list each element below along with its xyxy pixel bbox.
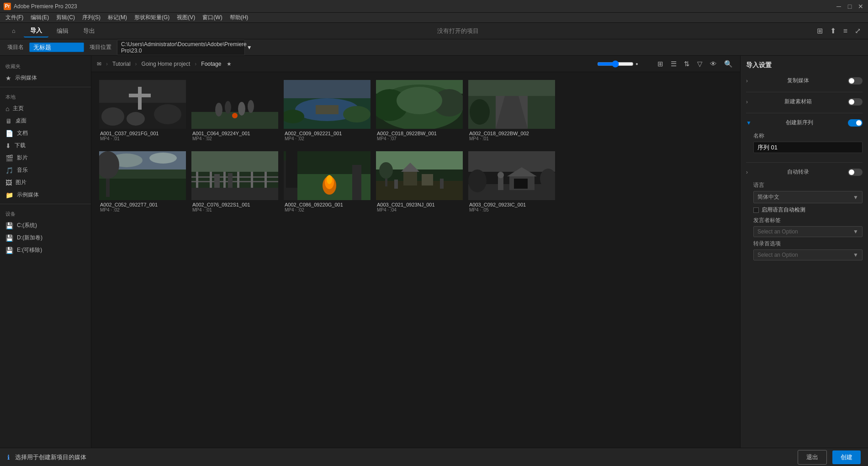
media-card-8[interactable]: A002_C086_09220G_001 MP4 · :02 xyxy=(283,151,370,215)
sidebar-item-downloads[interactable]: ⬇ 下载 xyxy=(0,139,91,152)
close-button[interactable]: ✕ xyxy=(857,3,864,10)
view-options-icon[interactable]: 👁 xyxy=(708,59,719,69)
svg-rect-15 xyxy=(284,80,370,98)
svg-rect-63 xyxy=(422,174,433,185)
sidebar-item-sample-media-local[interactable]: 📁 示例媒体 xyxy=(0,189,91,201)
sidebar-movies-label: 影片 xyxy=(17,154,28,162)
minimize-button[interactable]: ─ xyxy=(835,3,842,10)
auto-transcribe-toggle[interactable] xyxy=(848,169,863,176)
create-sequence-header[interactable]: ▼ 创建新序列 xyxy=(746,117,863,128)
media-card-6[interactable]: A002_C052_0922T7_001 MP4 · :02 xyxy=(99,151,185,215)
exit-button[interactable]: 退出 xyxy=(798,450,827,465)
window-controls: ─ □ ✕ xyxy=(835,3,864,10)
menu-item-3[interactable]: 序列(S) xyxy=(79,13,104,22)
zoom-slider[interactable] xyxy=(597,60,634,68)
project-location-path[interactable]: C:\Users\Administrator\Documents\Adobe\P… xyxy=(117,40,245,55)
copy-media-toggle[interactable] xyxy=(848,77,863,85)
transcribe-label: 转录首选项 xyxy=(753,240,863,248)
sidebar-item-drive-d[interactable]: 💾 D:(新加卷) xyxy=(0,232,91,244)
list-view-button[interactable]: ☰ xyxy=(669,59,678,69)
sidebar-item-pictures[interactable]: 🖼 图片 xyxy=(0,176,91,189)
breadcrumb-star[interactable]: ★ xyxy=(227,61,232,67)
share-icon[interactable]: ⬆ xyxy=(828,26,838,36)
new-bin-toggle[interactable] xyxy=(848,98,863,106)
project-name-input[interactable] xyxy=(29,42,84,52)
project-status: 没有打开的项目 xyxy=(103,27,813,35)
breadcrumb-sep-2: › xyxy=(135,61,137,67)
svg-rect-19 xyxy=(316,105,339,114)
transcribe-select[interactable]: Select an Option ▼ xyxy=(753,249,863,260)
sidebar-item-desktop[interactable]: 🖥 桌面 xyxy=(0,115,91,127)
menu-item-4[interactable]: 标记(M) xyxy=(104,13,131,22)
svg-rect-48 xyxy=(191,188,278,200)
sidebar-item-home[interactable]: ⌂ 主页 xyxy=(0,102,91,115)
svg-point-25 xyxy=(397,87,442,114)
svg-rect-42 xyxy=(196,172,198,190)
nav-import[interactable]: 导入 xyxy=(24,25,48,37)
svg-rect-44 xyxy=(223,172,226,190)
folder-icon: 📁 xyxy=(5,191,13,199)
breadcrumb-going-home[interactable]: Going Home project xyxy=(142,61,191,67)
menu-item-8[interactable]: 帮助(H) xyxy=(226,13,252,22)
media-card-10[interactable]: A003_C092_0923IC_001 MP4 · :05 xyxy=(468,151,555,215)
menu-item-6[interactable]: 视图(V) xyxy=(173,13,199,22)
grid-row-2: A002_C052_0922T7_001 MP4 · :02 xyxy=(99,151,733,215)
devices-label: 设备 xyxy=(0,207,91,219)
menu-item-0[interactable]: 文件(F) xyxy=(2,13,27,22)
sidebar-item-sample-media-fav[interactable]: ★ 示例媒体 xyxy=(0,72,91,84)
create-button[interactable]: 创建 xyxy=(832,450,861,464)
nav-home[interactable]: ⌂ xyxy=(5,26,22,36)
new-bin-header[interactable]: › 新建素材箱 xyxy=(746,96,863,107)
create-sequence-toggle[interactable] xyxy=(848,119,863,127)
menu-item-5[interactable]: 形状和矩量(G) xyxy=(131,13,173,22)
sidebar-item-drive-e[interactable]: 💾 E:(可移除) xyxy=(0,244,91,256)
menu-item-2[interactable]: 剪辑(C) xyxy=(53,13,79,22)
sidebar-item-documents[interactable]: 📄 文档 xyxy=(0,127,91,139)
sort-asc-icon[interactable]: ⇅ xyxy=(682,59,692,69)
media-card-9[interactable]: A003_C021_0923NJ_001 MP4 · :04 xyxy=(376,151,462,215)
svg-rect-46 xyxy=(251,172,253,190)
layout-icon[interactable]: ⊞ xyxy=(815,26,825,36)
new-bin-chevron: › xyxy=(746,99,748,105)
svg-rect-75 xyxy=(498,176,503,190)
media-meta-6: MP4 · :02 xyxy=(100,207,184,212)
breadcrumb-mail-icon[interactable]: ✉ xyxy=(97,61,101,67)
project-bar: 项目名 项目位置 C:\Users\Administrator\Document… xyxy=(0,39,868,56)
grid-view-button[interactable]: ⊞ xyxy=(656,59,665,69)
svg-rect-2 xyxy=(138,87,142,110)
language-select[interactable]: 简体中文 ▼ xyxy=(753,191,863,203)
maximize-button[interactable]: □ xyxy=(846,3,853,10)
media-card-5[interactable]: A002_C018_0922BW_002 MP4 · :01 xyxy=(468,79,555,143)
media-card-1[interactable]: A001_C037_0921FG_001 MP4 · :01 xyxy=(99,79,185,143)
sidebar-item-drive-c[interactable]: 💾 C:(系统) xyxy=(0,219,91,232)
search-button[interactable]: 🔍 xyxy=(722,59,735,69)
sequence-name-input[interactable] xyxy=(753,142,863,153)
menu-icon[interactable]: ≡ xyxy=(842,26,849,36)
filter-icon[interactable]: ▽ xyxy=(695,59,704,69)
speaker-select[interactable]: Select an Option ▼ xyxy=(753,226,863,237)
path-text: C:\Users\Administrator\Documents\Adobe\P… xyxy=(121,41,247,54)
media-card-3[interactable]: A002_C009_092221_001 MP4 · :02 xyxy=(283,79,370,143)
auto-detect-checkbox[interactable] xyxy=(753,207,759,213)
media-card-7[interactable]: A002_C076_0922S1_001 MP4 · :01 xyxy=(191,151,278,215)
expand-icon[interactable]: ⤢ xyxy=(853,26,863,36)
sidebar-item-movies[interactable]: 🎬 影片 xyxy=(0,152,91,164)
breadcrumb-tutorial[interactable]: Tutorial xyxy=(112,61,131,67)
svg-rect-47 xyxy=(265,172,267,190)
auto-transcribe-header[interactable]: › 自动转录 xyxy=(746,166,863,178)
nav-export[interactable]: 导出 xyxy=(77,25,101,37)
sidebar-item-music[interactable]: 🎵 音乐 xyxy=(0,164,91,176)
media-card-4[interactable]: A002_C018_0922BW_001 MP4 · :07 xyxy=(376,79,462,143)
copy-media-header[interactable]: › 复制媒体 xyxy=(746,75,863,86)
svg-rect-54 xyxy=(286,151,297,188)
transcribe-placeholder: Select an Option xyxy=(757,252,798,258)
thumb-4 xyxy=(376,80,463,129)
menu-item-7[interactable]: 窗口(W) xyxy=(199,13,226,22)
media-card-2[interactable]: A001_C064_09224Y_001 MP4 · :02 xyxy=(191,79,278,143)
sidebar-drive-c-label: C:(系统) xyxy=(17,222,37,229)
thumb-5 xyxy=(468,80,555,129)
menu-item-1[interactable]: 编辑(E) xyxy=(27,13,53,22)
media-grid: A001_C037_0921FG_001 MP4 · :01 xyxy=(91,72,740,448)
media-info-7: A002_C076_0922S1_001 MP4 · :01 xyxy=(191,200,277,214)
nav-edit[interactable]: 编辑 xyxy=(50,25,75,37)
